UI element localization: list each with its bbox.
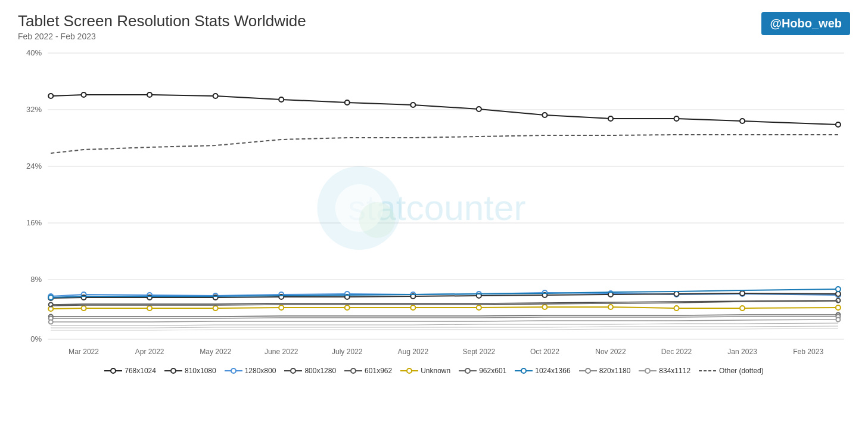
legend-label: Other (dotted) (719, 367, 764, 375)
legend-item-unknown: Unknown (400, 367, 450, 375)
svg-text:June 2022: June 2022 (265, 348, 298, 356)
svg-point-84 (836, 299, 840, 303)
svg-point-41 (836, 122, 841, 127)
svg-text:16%: 16% (26, 218, 42, 227)
svg-point-104 (465, 368, 470, 373)
svg-point-69 (82, 306, 86, 311)
legend-item-810x1080: 810x1080 (164, 367, 216, 375)
svg-point-100 (351, 368, 356, 373)
svg-point-92 (111, 368, 116, 373)
svg-text:Nov 2022: Nov 2022 (595, 348, 626, 356)
svg-point-102 (407, 368, 412, 373)
svg-point-81 (48, 295, 53, 300)
svg-point-65 (674, 292, 679, 296)
legend-item-834x1112: 834x1112 (639, 367, 690, 375)
svg-point-82 (836, 287, 841, 292)
svg-point-78 (674, 306, 679, 311)
svg-text:0%: 0% (30, 334, 42, 343)
svg-point-28 (359, 202, 395, 238)
legend-label: 962x601 (479, 367, 506, 375)
legend-label: 800x1280 (304, 367, 336, 375)
svg-point-110 (645, 368, 650, 373)
svg-text:Jan 2023: Jan 2023 (727, 348, 757, 356)
svg-text:May 2022: May 2022 (200, 348, 231, 356)
brand-badge: @Hobo_web (761, 12, 850, 35)
page-container: Tablet Screen Resolution Stats Worldwide… (0, 0, 868, 434)
svg-point-36 (477, 107, 481, 111)
svg-point-39 (674, 116, 679, 121)
legend-label: 820x1180 (599, 367, 631, 375)
legend-label: Unknown (421, 367, 450, 375)
title-block: Tablet Screen Resolution Stats Worldwide… (18, 12, 306, 41)
svg-point-90 (836, 318, 840, 322)
legend-item-other: Other (dotted) (699, 367, 764, 375)
legend-label: 1024x1366 (535, 367, 570, 375)
svg-point-38 (608, 116, 613, 121)
svg-point-75 (477, 305, 481, 310)
svg-point-106 (521, 368, 526, 373)
svg-point-31 (147, 92, 152, 97)
legend-label: 834x1112 (659, 367, 690, 375)
chart-legend: 768x1024 810x1080 1280x800 800x1280 601x… (18, 367, 850, 375)
svg-point-33 (279, 97, 284, 102)
legend-item-800x1280: 800x1280 (284, 367, 336, 375)
legend-label: 768x1024 (125, 367, 156, 375)
svg-point-40 (740, 119, 745, 123)
svg-text:Oct 2022: Oct 2022 (530, 348, 559, 356)
svg-point-66 (740, 291, 745, 296)
svg-point-64 (608, 292, 613, 297)
legend-item-601x962: 601x962 (344, 367, 392, 375)
svg-point-73 (345, 305, 350, 310)
svg-point-79 (740, 306, 745, 311)
svg-text:Dec 2022: Dec 2022 (661, 348, 692, 356)
svg-point-89 (49, 320, 53, 324)
legend-label: 1280x800 (245, 367, 276, 375)
svg-point-94 (171, 368, 176, 373)
svg-text:July 2022: July 2022 (332, 348, 363, 356)
svg-point-67 (836, 292, 841, 296)
svg-point-77 (608, 305, 613, 309)
svg-point-80 (836, 305, 841, 310)
svg-point-34 (345, 100, 350, 105)
svg-point-35 (410, 103, 415, 107)
svg-point-32 (213, 94, 218, 98)
svg-text:Mar 2022: Mar 2022 (69, 348, 99, 356)
legend-item-768x1024: 768x1024 (104, 367, 156, 375)
svg-point-108 (586, 368, 590, 373)
legend-item-1280x800: 1280x800 (225, 367, 276, 375)
chart-area: 40% 32% 24% 16% 8% 0% Mar 2022 Apr 2022 … (18, 47, 850, 363)
svg-point-98 (291, 368, 295, 373)
svg-text:40%: 40% (26, 48, 42, 57)
legend-item-1024x1366: 1024x1366 (515, 367, 570, 375)
svg-text:Feb 2023: Feb 2023 (793, 348, 823, 356)
svg-point-76 (542, 305, 547, 309)
subtitle: Feb 2022 - Feb 2023 (18, 32, 306, 41)
legend-item-962x601: 962x601 (459, 367, 506, 375)
svg-text:Apr 2022: Apr 2022 (135, 348, 164, 356)
legend-item-820x1180: 820x1180 (579, 367, 631, 375)
chart-svg: 40% 32% 24% 16% 8% 0% Mar 2022 Apr 2022 … (18, 47, 850, 363)
svg-text:Aug 2022: Aug 2022 (398, 348, 429, 356)
legend-label: 810x1080 (185, 367, 216, 375)
main-title: Tablet Screen Resolution Stats Worldwide (18, 12, 306, 30)
svg-point-72 (279, 305, 284, 310)
svg-text:Sept 2022: Sept 2022 (462, 348, 495, 356)
header: Tablet Screen Resolution Stats Worldwide… (18, 12, 850, 41)
svg-text:24%: 24% (26, 162, 42, 170)
svg-point-37 (542, 113, 547, 117)
svg-point-96 (231, 368, 236, 373)
svg-point-29 (48, 94, 53, 98)
svg-text:8%: 8% (30, 275, 42, 284)
svg-point-71 (213, 306, 218, 311)
svg-point-70 (147, 306, 152, 311)
svg-point-74 (410, 305, 415, 310)
legend-label: 601x962 (365, 367, 392, 375)
svg-point-30 (82, 92, 86, 97)
svg-text:32%: 32% (26, 105, 42, 114)
